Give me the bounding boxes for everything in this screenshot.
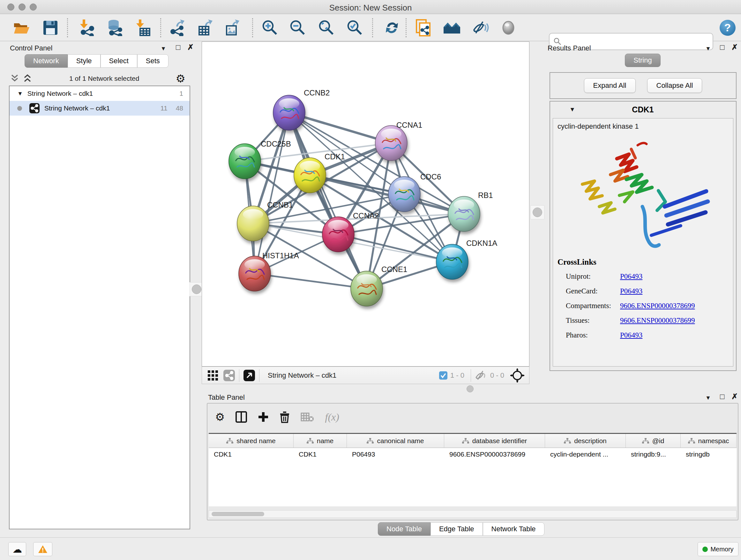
maximize-panel-icon[interactable]: □ <box>720 393 725 400</box>
maximize-panel-icon[interactable]: □ <box>176 44 181 51</box>
table-tab-edge-table[interactable]: Edge Table <box>430 522 483 536</box>
table-cell[interactable]: P06493 <box>347 448 444 461</box>
export-network-button[interactable] <box>169 19 186 37</box>
column-header-shared-name[interactable]: shared name <box>209 434 293 448</box>
tab-select[interactable]: Select <box>100 54 137 68</box>
import-table-from-file-button[interactable] <box>134 19 152 37</box>
eye-button[interactable] <box>499 19 517 37</box>
table-tab-node-table[interactable]: Node Table <box>378 522 430 536</box>
tab-network[interactable]: Network <box>24 54 68 68</box>
crosslink-link[interactable]: 9606.ENSP00000378699 <box>620 316 695 325</box>
network-from-clipboard-button[interactable] <box>414 19 432 37</box>
maximize-panel-icon[interactable]: □ <box>720 44 725 51</box>
close-panel-icon[interactable]: ✗ <box>731 44 738 51</box>
tab-style[interactable]: Style <box>68 54 100 68</box>
column-header-database-identifier[interactable]: database identifier <box>444 434 545 448</box>
table-cell[interactable]: 9606.ENSP00000378699 <box>444 448 545 461</box>
table-cell[interactable]: stringdb:9... <box>626 448 681 461</box>
column-header--id[interactable]: @id <box>626 434 681 448</box>
column-header-canonical-name[interactable]: canonical name <box>347 434 444 448</box>
right-splitter-handle[interactable] <box>530 205 544 219</box>
expand-all-button[interactable]: Expand All <box>584 78 636 93</box>
home-button[interactable] <box>443 19 461 37</box>
table-tab-network-table[interactable]: Network Table <box>483 522 544 536</box>
cloud-status-button[interactable]: ☁ <box>8 542 26 556</box>
protein-card-header[interactable]: ▼ CDK1 <box>550 102 736 118</box>
import-network-from-file-button[interactable] <box>78 19 96 37</box>
tab-sets[interactable]: Sets <box>137 54 169 68</box>
table-options-gear-icon[interactable]: ⚙ <box>215 411 225 423</box>
hide-panels-button[interactable] <box>472 19 489 37</box>
table-cell[interactable]: cyclin-dependent ... <box>545 448 626 461</box>
expand-all-icon[interactable] <box>22 74 33 83</box>
collapse-all-button[interactable]: Collapse All <box>647 78 702 93</box>
network-canvas[interactable]: CCNB2CCNA1CDC25BCDK1CDC6RB1CCNB1CCNA2CDK… <box>202 42 529 367</box>
selected-checkbox-icon[interactable] <box>439 371 448 380</box>
crosslink-link[interactable]: P06493 <box>620 272 643 281</box>
zoom-fit-button[interactable] <box>317 19 335 37</box>
hidden-eye-icon[interactable] <box>475 370 488 381</box>
results-tab-string[interactable]: String <box>625 54 660 67</box>
delete-column-icon[interactable] <box>280 411 290 423</box>
float-panel-icon[interactable]: ▼ <box>160 45 166 52</box>
zoom-selected-button[interactable] <box>346 19 363 37</box>
control-panel-title: Control Panel <box>10 44 52 52</box>
column-header-name[interactable]: name <box>293 434 347 448</box>
crosslink-link[interactable]: P06493 <box>620 287 643 295</box>
float-panel-icon[interactable]: ▼ <box>705 394 711 401</box>
scrollbar-thumb[interactable] <box>212 512 264 516</box>
node-CCNB2[interactable]: CCNB2 <box>273 88 330 130</box>
gray-sphere-icon <box>501 20 516 35</box>
help-button[interactable]: ? <box>719 19 737 37</box>
column-header-description[interactable]: description <box>545 434 626 448</box>
table-cell[interactable]: CDK1 <box>293 448 347 461</box>
close-panel-icon[interactable]: ✗ <box>731 393 738 400</box>
refresh-button[interactable] <box>383 19 401 37</box>
crosslink-link[interactable]: 9606.ENSP00000378699 <box>620 302 695 310</box>
edge-CCNB2-CCNE1[interactable] <box>289 113 367 289</box>
column-header-namespac[interactable]: namespac <box>681 434 737 448</box>
network-row[interactable]: String Network – cdk1 11 48 <box>10 101 190 116</box>
close-panel-icon[interactable]: ✗ <box>187 44 194 51</box>
protein-structure-image <box>566 136 719 254</box>
save-session-button[interactable] <box>42 19 59 37</box>
table-row[interactable]: CDK1CDK1P064939606.ENSP00000378699cyclin… <box>209 448 737 461</box>
refresh-icon <box>384 20 400 36</box>
edge-HIST1H1A-CCNE1[interactable] <box>255 273 367 289</box>
export-table-button[interactable] <box>197 19 214 37</box>
node-HIST1H1A[interactable]: HIST1H1A <box>239 251 299 291</box>
node-RB1[interactable]: RB1 <box>448 191 493 232</box>
table-horizontal-scrollbar[interactable] <box>209 510 737 518</box>
export-image-button[interactable] <box>223 19 241 37</box>
crosslink-link[interactable]: P06493 <box>620 331 643 339</box>
toolbar-separator <box>67 18 68 37</box>
node-CDKN1A[interactable]: CDKN1A <box>436 239 497 279</box>
table-cell[interactable]: stringdb <box>681 448 737 461</box>
network-options-gear-icon[interactable]: ⚙ <box>176 72 185 85</box>
zoom-in-button[interactable] <box>261 19 279 37</box>
import-network-from-database-button[interactable] <box>106 19 124 37</box>
collection-expander-icon[interactable]: ▼ <box>17 90 23 97</box>
delete-table-icon[interactable] <box>300 412 314 422</box>
node-CDK1[interactable]: CDK1 <box>294 152 345 193</box>
card-expander-icon[interactable]: ▼ <box>569 106 576 113</box>
collapse-all-icon[interactable] <box>9 74 20 83</box>
open-session-button[interactable] <box>13 19 30 37</box>
function-builder-icon[interactable]: f(x) <box>325 411 339 423</box>
network-graph[interactable]: CCNB2CCNA1CDC25BCDK1CDC6RB1CCNB1CCNA2CDK… <box>202 42 529 366</box>
table-cell[interactable]: CDK1 <box>209 448 293 461</box>
show-columns-icon[interactable] <box>235 411 247 423</box>
birdseye-view-icon[interactable] <box>510 368 525 383</box>
warnings-button[interactable] <box>33 542 52 556</box>
edge-CCNB2-HIST1H1A[interactable] <box>255 113 289 273</box>
network-share-icon[interactable] <box>223 369 235 381</box>
float-panel-icon[interactable]: ▼ <box>705 45 711 52</box>
crosslinks-section: CrossLinks Uniprot:P06493GeneCard:P06493… <box>557 258 695 343</box>
grid-view-icon[interactable] <box>207 370 219 381</box>
network-collection-row[interactable]: ▼ String Network – cdk1 1 <box>10 86 190 101</box>
add-column-icon[interactable] <box>258 412 269 422</box>
node-CCNA1[interactable]: CCNA1 <box>375 121 422 161</box>
memory-button[interactable]: Memory <box>697 542 738 556</box>
zoom-out-button[interactable] <box>288 19 307 37</box>
open-in-window-icon[interactable] <box>243 369 255 381</box>
